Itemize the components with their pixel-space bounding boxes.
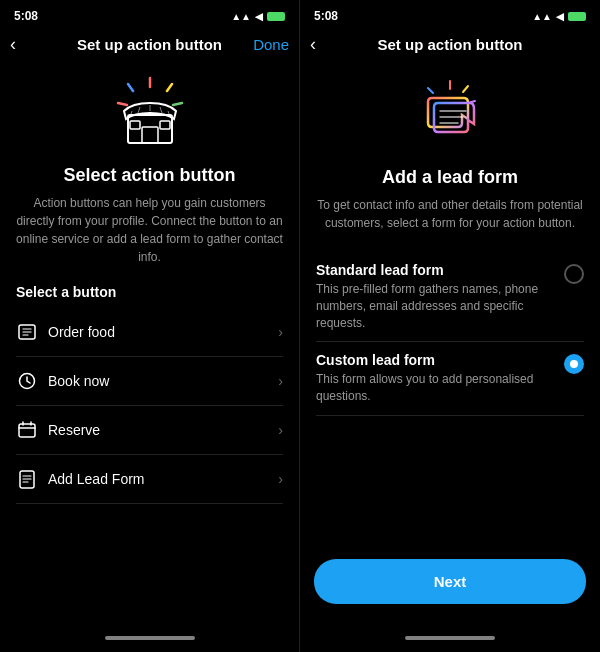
left-panel: 5:08 ▲▲ ◀ ‹ Set up action button Done: [0, 0, 300, 652]
right-signal-icon: ▲▲: [532, 11, 552, 22]
svg-line-15: [428, 88, 433, 93]
custom-lead-form-desc: This form allows you to add personalised…: [316, 371, 554, 405]
menu-item-add-lead-form[interactable]: Add Lead Form ›: [16, 455, 283, 504]
standard-lead-form-desc: This pre-filled form gathers names, phon…: [316, 281, 554, 331]
book-now-icon: [16, 370, 38, 392]
left-time: 5:08: [14, 9, 38, 23]
right-section-title: Add a lead form: [316, 167, 584, 188]
wifi-icon: ◀: [255, 11, 263, 22]
chevron-right-icon: ›: [278, 422, 283, 438]
right-header-title: Set up action button: [378, 36, 523, 53]
standard-lead-form-option[interactable]: Standard lead form This pre-filled form …: [316, 252, 584, 342]
standard-lead-form-radio[interactable]: [564, 264, 584, 284]
select-button-label: Select a button: [16, 284, 283, 300]
right-time: 5:08: [314, 9, 338, 23]
right-status-icons: ▲▲ ◀: [532, 11, 586, 22]
svg-line-3: [128, 84, 133, 91]
menu-item-book-now[interactable]: Book now ›: [16, 357, 283, 406]
left-content: Select action button Action buttons can …: [0, 63, 299, 628]
chevron-right-icon: ›: [278, 373, 283, 389]
add-lead-form-label: Add Lead Form: [48, 471, 145, 487]
done-button[interactable]: Done: [253, 36, 289, 53]
svg-line-1: [167, 84, 172, 91]
book-now-label: Book now: [48, 373, 109, 389]
store-icon: [110, 73, 190, 153]
right-wifi-icon: ◀: [556, 11, 564, 22]
order-food-icon: [16, 321, 38, 343]
svg-rect-6: [142, 127, 158, 143]
right-back-button[interactable]: ‹: [310, 34, 316, 55]
left-back-button[interactable]: ‹: [10, 34, 16, 55]
right-battery-icon: [568, 12, 586, 21]
svg-rect-11: [19, 424, 35, 437]
right-status-bar: 5:08 ▲▲ ◀: [300, 0, 600, 28]
right-content: Add a lead form To get contact info and …: [300, 63, 600, 543]
left-header: ‹ Set up action button Done: [0, 28, 299, 63]
reserve-label: Reserve: [48, 422, 100, 438]
chevron-right-icon: ›: [278, 324, 283, 340]
svg-line-2: [173, 103, 182, 105]
add-lead-form-icon: [16, 468, 38, 490]
next-button[interactable]: Next: [314, 559, 586, 604]
order-food-label: Order food: [48, 324, 115, 340]
next-button-area: Next: [300, 543, 600, 628]
right-panel: 5:08 ▲▲ ◀ ‹ Set up action button: [300, 0, 600, 652]
reserve-icon: [16, 419, 38, 441]
left-status-icons: ▲▲ ◀: [231, 11, 285, 22]
store-icon-container: [16, 73, 283, 153]
signal-icon: ▲▲: [231, 11, 251, 22]
battery-icon: [267, 12, 285, 21]
svg-line-4: [118, 103, 127, 105]
lead-icon-container: [316, 73, 584, 153]
right-section-desc: To get contact info and other details fr…: [316, 196, 584, 232]
right-home-indicator: [300, 628, 600, 652]
custom-lead-form-radio[interactable]: [564, 354, 584, 374]
lead-form-icon: [410, 73, 490, 153]
standard-lead-form-title: Standard lead form: [316, 262, 554, 278]
left-home-indicator: [0, 628, 299, 652]
home-bar: [105, 636, 195, 640]
left-status-bar: 5:08 ▲▲ ◀: [0, 0, 299, 28]
left-section-title: Select action button: [16, 165, 283, 186]
svg-line-14: [463, 86, 468, 92]
custom-lead-form-option[interactable]: Custom lead form This form allows you to…: [316, 342, 584, 416]
right-home-bar: [405, 636, 495, 640]
svg-rect-7: [130, 121, 140, 129]
menu-item-reserve[interactable]: Reserve ›: [16, 406, 283, 455]
svg-rect-8: [160, 121, 170, 129]
custom-lead-form-title: Custom lead form: [316, 352, 554, 368]
left-section-desc: Action buttons can help you gain custome…: [16, 194, 283, 266]
right-header: ‹ Set up action button: [300, 28, 600, 63]
menu-item-order-food[interactable]: Order food ›: [16, 308, 283, 357]
left-header-title: Set up action button: [77, 36, 222, 53]
chevron-right-icon: ›: [278, 471, 283, 487]
